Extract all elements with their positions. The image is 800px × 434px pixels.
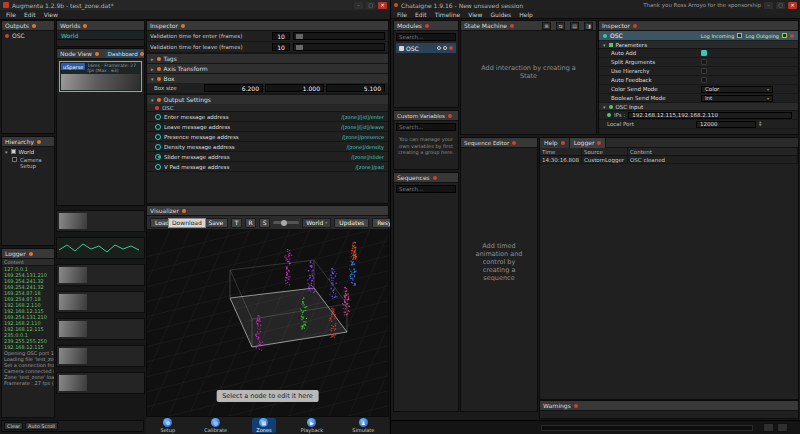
rotate-button[interactable]: R [245,218,256,228]
tab-help[interactable]: Help [540,138,570,148]
collapse-arrow-icon[interactable] [151,97,154,103]
osc-address-value[interactable]: /[zone]/density [346,144,384,150]
box-size-z-field[interactable]: 5.100 [326,84,385,92]
scale-button[interactable]: S [259,218,270,228]
panel-toggle-icon[interactable] [95,52,99,56]
remove-module-icon[interactable] [449,46,453,50]
layout-states-icon[interactable] [570,22,579,30]
radio-button[interactable] [155,114,161,120]
slider-knob[interactable] [296,45,303,50]
tab-calibrate[interactable]: ◎Calibrate [200,418,231,433]
menu-file[interactable]: File [393,11,411,18]
panel-close-icon[interactable] [425,24,429,28]
collapse-arrow-icon[interactable] [603,104,606,110]
translate-button[interactable]: T [231,218,242,228]
osc-address-value[interactable]: /[zone]/presence [342,134,384,140]
node-item[interactable] [56,318,145,340]
collapse-arrow-icon[interactable] [151,76,154,82]
parameter-value-field[interactable]: 10 [272,32,290,40]
save-button[interactable]: Save [203,218,228,228]
section-tags[interactable]: Tags [147,53,388,63]
dropdown[interactable]: Color [701,86,773,93]
tab-simulate[interactable]: ♟Simulate [348,418,378,433]
tab-logger[interactable]: Logger [570,138,607,148]
column-source[interactable]: Source [582,148,628,155]
tab-close-icon[interactable] [561,141,565,145]
osc-address-value[interactable]: /[zone]/slider [351,154,384,160]
menu-timeline[interactable]: Timeline [431,11,465,18]
strip-close-icon[interactable] [790,34,794,38]
parameters-section-bar[interactable]: Parameters [599,41,798,49]
osc-input-section-bar[interactable]: OSC Input [599,103,798,111]
tab-zones[interactable]: ▦Zones [252,418,275,433]
box-size-x-field[interactable]: 6.200 [204,84,263,92]
osc-address-value[interactable]: /[zone]/[id]/leave [341,124,384,130]
node-name-chip[interactable]: uSparse [61,63,85,70]
menu-edit[interactable]: Edit [20,11,40,18]
dropdown[interactable]: Int [701,95,773,102]
add-transition-icon[interactable] [556,22,565,30]
tab-playback[interactable]: ▶Playback [297,418,327,433]
section-axis-transform[interactable]: Axis Transform [147,63,388,73]
minimize-icon[interactable] [354,2,363,9]
3d-viewport[interactable]: Select a node to edit it here [147,230,388,416]
menu-help[interactable]: Help [515,11,537,18]
parameter-slider[interactable] [293,43,385,51]
panel-close-icon[interactable] [510,24,514,28]
panel-close-icon[interactable] [633,24,637,28]
logger-autoscroll-button[interactable]: Auto Scroll [25,422,58,430]
panel-toggle-icon[interactable] [182,209,186,213]
minimize-icon[interactable] [764,2,773,9]
checkbox[interactable] [701,50,707,56]
section-output-settings[interactable]: Output Settings [147,94,388,104]
selected-node-card[interactable]: uSparse 16ms - Framerate: 27 fps (Max : … [59,61,142,92]
tab-setup[interactable]: ⚙Setup [157,418,180,433]
tab-dashboard[interactable]: Dashboard [105,50,144,58]
parameter-value-field[interactable]: 10 [272,43,290,51]
radio-button[interactable] [155,154,161,160]
node-item[interactable] [56,372,145,394]
ips-value-field[interactable]: 192.168.12.115,192.168.2.110 [628,112,792,119]
menu-view[interactable]: View [40,11,62,18]
updates-button[interactable]: Updates [334,218,369,228]
maximize-icon[interactable] [776,2,785,9]
menu-file[interactable]: File [2,11,20,18]
collapse-arrow-icon[interactable] [151,66,154,72]
node-item[interactable] [56,291,145,313]
hierarchy-root-row[interactable]: World [2,147,54,156]
tab-close-icon[interactable] [597,141,601,145]
radio-button[interactable] [155,144,161,150]
panel-toggle-icon[interactable] [29,252,33,256]
modules-search-input[interactable] [396,33,456,41]
column-content[interactable]: Content [628,148,798,155]
menu-guides[interactable]: Guides [486,11,515,18]
box-size-y-field[interactable]: 1.000 [265,84,324,92]
custom-variables-search-input[interactable] [396,123,456,131]
world-checkbox[interactable] [11,149,16,154]
panel-close-icon[interactable] [512,141,516,145]
close-icon[interactable] [378,2,387,9]
logger-row[interactable]: 14:30:16.808 CustomLogger OSC cleaned [540,156,798,164]
world-select[interactable]: World [302,218,331,228]
module-item-osc[interactable]: OSC [396,43,456,53]
zoom-slider[interactable] [273,221,299,224]
radio-button[interactable] [155,124,161,130]
slider-knob[interactable] [296,34,303,39]
hierarchy-child-row[interactable]: Camera Setup [2,156,54,169]
node-item[interactable] [56,210,145,232]
panel-close-icon[interactable] [574,404,578,408]
parameter-slider[interactable] [293,32,385,40]
camera-setup-checkbox[interactable] [12,157,17,162]
status-button-1[interactable] [763,423,774,432]
add-comment-icon[interactable] [584,22,593,30]
slider-knob[interactable] [281,220,287,226]
sequences-search-input[interactable] [396,185,456,193]
section-box[interactable]: Box [147,73,388,83]
column-time[interactable]: Time [540,148,582,155]
log-outgoing-checkbox[interactable] [782,33,787,38]
checkbox[interactable] [701,68,707,74]
osc-address-value[interactable]: /[zone]/pad [355,164,384,170]
add-state-icon[interactable] [542,22,551,30]
status-button-2[interactable] [777,423,788,432]
checkbox[interactable] [701,77,707,83]
